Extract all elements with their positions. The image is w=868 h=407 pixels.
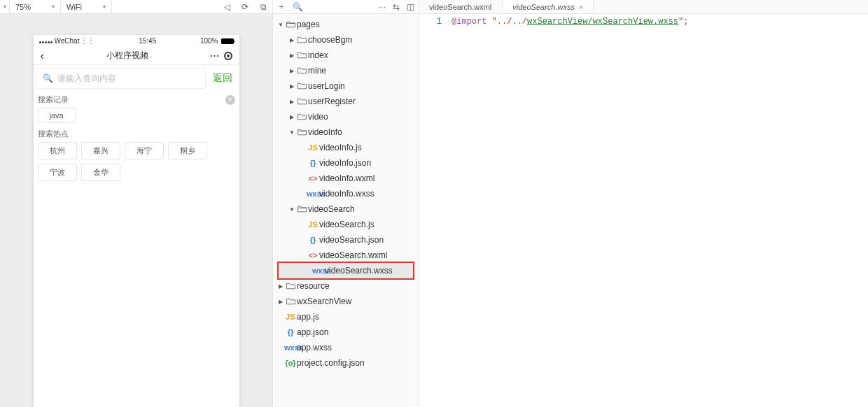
- tree-label: wxSearchView: [297, 297, 351, 306]
- twist-icon: ▼: [288, 129, 295, 136]
- tag-item[interactable]: 金华: [81, 164, 120, 181]
- tree-label: videoSearch.json: [319, 235, 384, 245]
- tree-label: resource: [297, 281, 330, 291]
- tree-folder[interactable]: ▶wxSearchView: [273, 294, 419, 309]
- tree-file[interactable]: {}videoInfo.json: [273, 155, 419, 171]
- add-file-icon[interactable]: ＋: [277, 1, 286, 13]
- twist-icon: ▶: [288, 68, 295, 74]
- tree-folder[interactable]: ▼videoSearch: [273, 201, 419, 217]
- editor-tab[interactable]: videoSearch.wxml: [419, 0, 502, 13]
- tag-item[interactable]: 杭州: [38, 142, 77, 159]
- tree-file[interactable]: JSapp.js: [273, 309, 419, 324]
- proj-file-icon: {o}: [284, 359, 297, 367]
- tree-folder[interactable]: ▶mine: [273, 63, 419, 78]
- tree-label: pages: [297, 20, 320, 29]
- hot-label: 搜索热点: [38, 129, 69, 139]
- tree-label: videoInfo: [308, 127, 342, 137]
- tree-folder[interactable]: ▶chooseBgm: [273, 32, 419, 48]
- tree-file[interactable]: <>videoSearch.wxml: [273, 248, 419, 263]
- tag-item[interactable]: java: [38, 108, 76, 123]
- folder-icon: [295, 36, 308, 45]
- more-icon[interactable]: ···: [379, 2, 386, 12]
- highlight-box: wxssvideoSearch.wxss: [277, 262, 414, 280]
- tree-label: app.js: [297, 312, 319, 322]
- tree-label: userLogin: [308, 81, 345, 91]
- tree-file[interactable]: wxssapp.wxss: [273, 340, 419, 355]
- capsule-menu-icon[interactable]: ···: [210, 51, 219, 61]
- tree-label: videoSearch.wxss: [325, 266, 393, 276]
- tree-file[interactable]: {}app.json: [273, 324, 419, 340]
- tree-file[interactable]: <>videoInfo.wxml: [273, 171, 419, 186]
- tree-label: project.config.json: [297, 358, 365, 368]
- tree-label: videoInfo.js: [319, 143, 362, 152]
- tree-label: videoInfo.json: [319, 158, 371, 168]
- tree-folder[interactable]: ▼pages: [273, 17, 419, 32]
- tree-label: mine: [308, 66, 326, 76]
- folder-icon: [295, 128, 308, 137]
- search-files-icon[interactable]: 🔍: [293, 2, 303, 12]
- tree-file[interactable]: JSvideoSearch.js: [273, 217, 419, 232]
- code-area[interactable]: 1 @import "../../wxSearchView/wxSearchVi…: [419, 14, 868, 407]
- back-icon[interactable]: ‹: [41, 50, 44, 62]
- rotate-icon[interactable]: ⟳: [236, 2, 254, 12]
- search-input[interactable]: 🔍 请输入查询内容: [36, 68, 206, 89]
- zoom-select[interactable]: 75% ▾: [10, 0, 61, 13]
- split-icon[interactable]: ◫: [407, 2, 414, 12]
- device-select-left[interactable]: ▾: [0, 0, 10, 13]
- close-icon[interactable]: ×: [579, 3, 583, 11]
- search-icon: 🔍: [43, 73, 53, 83]
- tree-file[interactable]: {}videoSearch.json: [273, 232, 419, 248]
- clear-history-icon[interactable]: ×: [225, 95, 235, 105]
- editor-tab[interactable]: videoSearch.wxss×: [502, 0, 594, 13]
- simulator-panel: ▾ 75% ▾ WiFi ▾ ◁ ⟳ ⧉ WeChat ⋮⋮: [0, 0, 273, 407]
- phone-frame: WeChat ⋮⋮ 15:45 100% ‹ 小程序视频 ···: [34, 35, 239, 407]
- tree-label: videoSearch: [308, 204, 355, 214]
- tree-folder[interactable]: ▶userRegister: [273, 94, 419, 109]
- tree-file[interactable]: wxssvideoSearch.wxss: [279, 263, 413, 278]
- tree-folder[interactable]: ▶resource: [273, 278, 419, 294]
- wxss-file-icon: wxss: [307, 190, 319, 198]
- tab-label: videoSearch.wxml: [429, 3, 491, 11]
- tree-folder[interactable]: ▶video: [273, 109, 419, 124]
- folder-icon: [284, 297, 297, 306]
- tree-folder[interactable]: ▼videoInfo: [273, 124, 419, 140]
- settings-icon[interactable]: ⇆: [393, 2, 400, 12]
- capsule-close-icon[interactable]: [224, 52, 232, 60]
- network-select[interactable]: WiFi ▾: [61, 0, 112, 13]
- tree-folder[interactable]: ▶userLogin: [273, 78, 419, 94]
- json-file-icon: {}: [307, 236, 319, 244]
- mute-icon[interactable]: ◁: [218, 2, 236, 12]
- copy-icon[interactable]: ⧉: [254, 2, 272, 12]
- tree-label: app.json: [297, 327, 328, 337]
- tag-item[interactable]: 宁波: [38, 164, 77, 181]
- tag-item[interactable]: 海宁: [125, 142, 164, 159]
- wxml-file-icon: <>: [307, 251, 319, 259]
- tag-item[interactable]: 桐乡: [168, 142, 207, 159]
- return-button[interactable]: 返回: [209, 68, 237, 89]
- phone-statusbar: WeChat ⋮⋮ 15:45 100%: [34, 35, 239, 47]
- network-value: WiFi: [66, 3, 82, 11]
- phone-body: 🔍 请输入查询内容 返回 搜索记录 × java 搜索热点 杭州嘉兴海宁桐乡宁波…: [34, 65, 239, 394]
- tree-label: videoSearch.wxml: [319, 250, 387, 260]
- file-explorer: ＋ 🔍 ··· ⇆ ◫ ▼pages▶chooseBgm▶index▶mine▶…: [273, 0, 419, 407]
- tree-folder[interactable]: ▶index: [273, 48, 419, 63]
- tree-label: chooseBgm: [308, 35, 352, 45]
- tab-label: videoSearch.wxss: [512, 3, 575, 11]
- tree-file[interactable]: {o}project.config.json: [273, 355, 419, 371]
- wifi-icon: ⋮⋮: [80, 37, 94, 45]
- tag-item[interactable]: 嘉兴: [81, 142, 120, 159]
- history-label: 搜索记录: [38, 94, 69, 105]
- tree-file[interactable]: JSvideoInfo.js: [273, 140, 419, 155]
- tree-label: video: [308, 112, 328, 122]
- code-content: @import "../../wxSearchView/wxSearchView…: [449, 14, 868, 407]
- json-file-icon: {}: [307, 159, 319, 167]
- history-tags: java: [38, 108, 235, 123]
- editor-tabs: videoSearch.wxmlvideoSearch.wxss×: [419, 0, 868, 14]
- js-file-icon: JS: [284, 313, 297, 321]
- folder-icon: [284, 20, 297, 29]
- twist-icon: ▶: [288, 114, 295, 120]
- tree-file[interactable]: wxssvideoInfo.wxss: [273, 186, 419, 201]
- folder-icon: [295, 97, 308, 106]
- battery-percent: 100%: [200, 37, 218, 45]
- signal-dots-icon: [39, 37, 53, 45]
